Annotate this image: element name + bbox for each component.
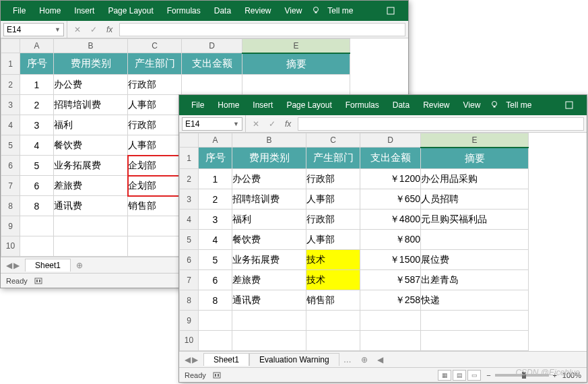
cell[interactable]: 人事部: [306, 230, 360, 250]
tab-add-icon[interactable]: ⊕: [356, 355, 373, 364]
tab-add-icon[interactable]: ⊕: [71, 261, 88, 270]
cell[interactable]: 人事部: [306, 189, 360, 210]
fx-icon[interactable]: fx: [285, 119, 291, 129]
cell[interactable]: 销售部: [306, 290, 360, 311]
enter-icon[interactable]: ✓: [269, 119, 275, 129]
cell[interactable]: ￥650: [360, 189, 421, 210]
header-cell-A[interactable]: 序号: [20, 53, 54, 75]
row-header-6[interactable]: 6: [1, 156, 20, 176]
cell[interactable]: [199, 311, 232, 331]
tab-evaluation[interactable]: Evaluation Warning: [249, 353, 339, 366]
cell[interactable]: [199, 330, 232, 350]
cell[interactable]: ￥587: [360, 270, 421, 290]
row-header-3[interactable]: 3: [1, 95, 20, 115]
row-header-1[interactable]: 1: [180, 148, 199, 169]
cell[interactable]: 业务拓展费: [232, 250, 306, 270]
cell[interactable]: [306, 330, 360, 350]
menu-file[interactable]: File: [6, 6, 32, 15]
row-header-5[interactable]: 5: [180, 230, 199, 250]
cell[interactable]: 办公费: [54, 75, 128, 95]
cell[interactable]: [421, 230, 529, 250]
menu-file[interactable]: File: [185, 100, 211, 110]
cell[interactable]: 企划部: [128, 176, 182, 196]
cell[interactable]: [20, 216, 54, 236]
col-header-D[interactable]: D: [360, 133, 421, 148]
formula-input[interactable]: [119, 23, 405, 36]
tab-prev-icon[interactable]: ◀: [185, 355, 191, 364]
col-header-B[interactable]: B: [232, 133, 306, 148]
header-cell-A[interactable]: 序号: [199, 148, 232, 169]
row-header-4[interactable]: 4: [1, 115, 20, 135]
cell[interactable]: ￥1200: [360, 169, 421, 189]
cell[interactable]: 快递: [421, 290, 529, 311]
menu-formulas[interactable]: Formulas: [160, 6, 207, 15]
row-header-7[interactable]: 7: [180, 270, 199, 290]
cell[interactable]: [182, 75, 242, 95]
cell[interactable]: 5: [199, 250, 232, 270]
tell-me[interactable]: Tell me: [499, 100, 538, 110]
col-header-A[interactable]: A: [20, 39, 54, 53]
cell[interactable]: 元旦购买福利品: [421, 210, 529, 230]
view-pagelayout-icon[interactable]: ▤: [453, 370, 466, 381]
col-header-C[interactable]: C: [306, 133, 360, 148]
name-box[interactable]: E14 ▼: [3, 23, 64, 36]
chevron-down-icon[interactable]: ▼: [55, 26, 61, 33]
row-header-8[interactable]: 8: [180, 290, 199, 311]
cell[interactable]: 通讯费: [54, 196, 128, 216]
cell[interactable]: 业务拓展费: [54, 156, 128, 176]
tab-prev-icon[interactable]: ◀: [6, 261, 12, 270]
cell[interactable]: [360, 311, 421, 331]
expand-icon[interactable]: [387, 7, 403, 15]
menu-data[interactable]: Data: [207, 6, 238, 15]
header-cell-D[interactable]: 支出金额: [182, 53, 242, 75]
cell[interactable]: 福利: [54, 115, 128, 135]
cell[interactable]: [54, 216, 128, 236]
tab-sheet1[interactable]: Sheet1: [25, 259, 71, 271]
cell[interactable]: 3: [199, 210, 232, 230]
cell[interactable]: 6: [199, 270, 232, 290]
cell[interactable]: ￥4800: [360, 210, 421, 230]
cell[interactable]: 通讯费: [232, 290, 306, 311]
select-all-corner[interactable]: [180, 133, 199, 148]
macro-icon[interactable]: [213, 371, 221, 379]
header-cell-D[interactable]: 支出金额: [360, 148, 421, 169]
cell[interactable]: 技术: [306, 270, 360, 290]
cell[interactable]: 8: [20, 196, 54, 216]
cell[interactable]: 4: [20, 135, 54, 156]
cell[interactable]: 行政部: [306, 210, 360, 230]
row-header-1[interactable]: 1: [1, 53, 20, 75]
cell[interactable]: 办公费: [232, 169, 306, 189]
cell[interactable]: [242, 75, 350, 95]
cell[interactable]: 企划部: [128, 156, 182, 176]
row-header-5[interactable]: 5: [1, 135, 20, 156]
row-header-2[interactable]: 2: [1, 75, 20, 95]
cell[interactable]: [360, 330, 421, 350]
header-cell-C[interactable]: 产生部门: [306, 148, 360, 169]
cell[interactable]: [306, 311, 360, 331]
cell[interactable]: 出差青岛: [421, 270, 529, 290]
header-cell-C[interactable]: 产生部门: [128, 53, 182, 75]
cell[interactable]: 人事部: [128, 95, 182, 115]
col-header-D[interactable]: D: [182, 39, 242, 53]
tab-sheet1[interactable]: Sheet1: [203, 353, 249, 366]
cell[interactable]: 技术: [306, 250, 360, 270]
cell[interactable]: 1: [20, 75, 54, 95]
cell[interactable]: ￥258: [360, 290, 421, 311]
menu-review[interactable]: Review: [238, 6, 277, 15]
tab-next-icon[interactable]: ▶: [13, 261, 20, 270]
menu-pagelayout[interactable]: Page Layout: [101, 6, 160, 15]
macro-icon[interactable]: [34, 277, 42, 285]
cell[interactable]: 差旅费: [54, 176, 128, 196]
tab-more[interactable]: …: [339, 355, 356, 364]
menu-home[interactable]: Home: [211, 100, 246, 110]
row-header-6[interactable]: 6: [180, 250, 199, 270]
menu-pagelayout[interactable]: Page Layout: [280, 100, 338, 110]
menu-review[interactable]: Review: [416, 100, 456, 110]
col-header-C[interactable]: C: [128, 39, 182, 53]
tab-next-icon[interactable]: ▶: [192, 355, 198, 364]
cell[interactable]: 2: [199, 189, 232, 210]
header-cell-B[interactable]: 费用类别: [232, 148, 306, 169]
cell[interactable]: ￥800: [360, 230, 421, 250]
menu-formulas[interactable]: Formulas: [339, 100, 386, 110]
row-header-7[interactable]: 7: [1, 176, 20, 196]
